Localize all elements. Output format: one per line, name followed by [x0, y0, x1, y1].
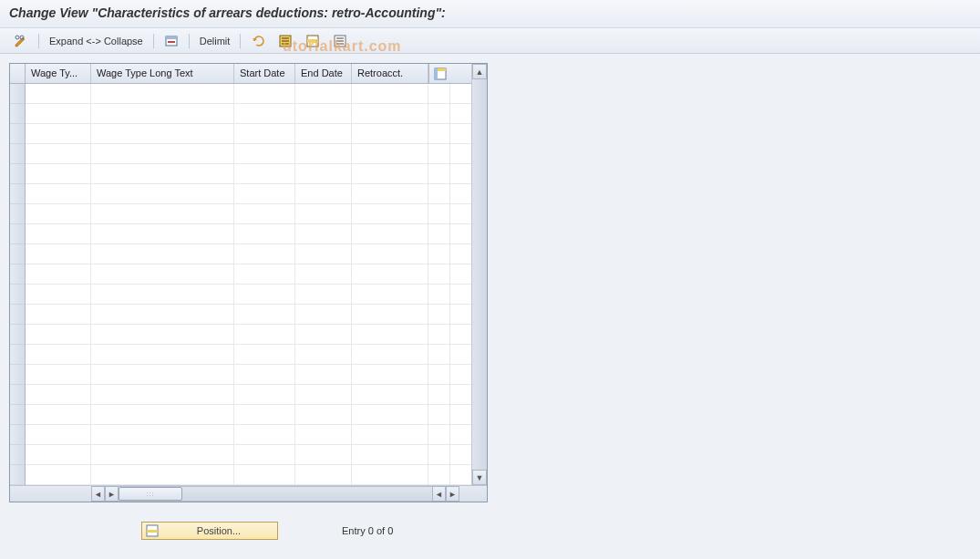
- row-selector[interactable]: [10, 385, 25, 405]
- table-cell[interactable]: [295, 385, 352, 404]
- row-selector[interactable]: [10, 224, 25, 244]
- table-cell[interactable]: [91, 124, 234, 143]
- table-cell[interactable]: [26, 325, 91, 344]
- table-cell[interactable]: [91, 104, 234, 123]
- row-selector[interactable]: [10, 164, 25, 184]
- row-selector[interactable]: [10, 365, 25, 385]
- table-cell[interactable]: [352, 425, 428, 444]
- table-cell[interactable]: [91, 164, 234, 183]
- row-selector[interactable]: [10, 445, 25, 465]
- table-cell[interactable]: [295, 445, 352, 464]
- row-selector[interactable]: [10, 104, 25, 124]
- table-cell[interactable]: [295, 144, 352, 163]
- table-cell[interactable]: [26, 84, 91, 103]
- row-selector[interactable]: [10, 184, 25, 204]
- column-header-end-date[interactable]: End Date: [295, 64, 352, 83]
- select-all-button[interactable]: [273, 32, 297, 50]
- table-cell[interactable]: [234, 325, 295, 344]
- table-cell[interactable]: [91, 325, 234, 344]
- row-selector[interactable]: [10, 144, 25, 164]
- undo-button[interactable]: [246, 32, 270, 50]
- scroll-right-button[interactable]: ►: [446, 486, 459, 502]
- table-cell[interactable]: [91, 345, 234, 364]
- table-cell[interactable]: [91, 184, 234, 203]
- table-cell[interactable]: [295, 124, 352, 143]
- column-header-start-date[interactable]: Start Date: [234, 64, 295, 83]
- row-selector[interactable]: [10, 305, 25, 325]
- scroll-down-button[interactable]: ▼: [472, 470, 487, 485]
- column-header-long-text[interactable]: Wage Type Long Text: [91, 64, 234, 83]
- expand-collapse-button[interactable]: Expand <-> Collapse: [45, 32, 148, 50]
- row-selector[interactable]: [10, 244, 25, 264]
- row-selector[interactable]: [10, 285, 25, 305]
- table-cell[interactable]: [26, 264, 91, 284]
- row-selector[interactable]: [10, 264, 25, 285]
- table-cell[interactable]: [91, 144, 234, 163]
- column-header-retroacct[interactable]: Retroacct.: [352, 64, 428, 83]
- table-cell[interactable]: [295, 104, 352, 123]
- table-cell[interactable]: [91, 84, 234, 103]
- scroll-left-end-button[interactable]: ◄: [432, 486, 446, 502]
- table-cell[interactable]: [91, 305, 234, 324]
- table-cell[interactable]: [91, 365, 234, 384]
- table-cell[interactable]: [352, 84, 428, 103]
- table-cell[interactable]: [91, 465, 234, 484]
- table-cell[interactable]: [91, 445, 234, 464]
- table-cell[interactable]: [26, 124, 91, 143]
- table-cell[interactable]: [234, 285, 295, 304]
- table-cell[interactable]: [26, 244, 91, 264]
- table-cell[interactable]: [26, 425, 91, 444]
- table-cell[interactable]: [234, 445, 295, 464]
- table-cell[interactable]: [234, 264, 295, 284]
- table-cell[interactable]: [26, 445, 91, 464]
- table-cell[interactable]: [234, 244, 295, 264]
- table-cell[interactable]: [234, 365, 295, 384]
- table-cell[interactable]: [295, 84, 352, 103]
- scroll-right-step-button[interactable]: ►: [105, 486, 119, 502]
- table-cell[interactable]: [26, 365, 91, 384]
- table-cell[interactable]: [234, 345, 295, 364]
- table-cell[interactable]: [91, 224, 234, 243]
- table-cell[interactable]: [295, 244, 352, 264]
- table-cell[interactable]: [295, 325, 352, 344]
- vscroll-track[interactable]: [472, 79, 487, 470]
- table-cell[interactable]: [295, 204, 352, 223]
- table-settings-button[interactable]: [428, 64, 450, 83]
- table-cell[interactable]: [91, 244, 234, 264]
- table-cell[interactable]: [91, 264, 234, 284]
- toggle-display-change-button[interactable]: [9, 32, 33, 50]
- row-selector[interactable]: [10, 345, 25, 365]
- table-cell[interactable]: [352, 465, 428, 484]
- delete-button[interactable]: [160, 32, 183, 50]
- table-cell[interactable]: [352, 325, 428, 344]
- table-cell[interactable]: [352, 305, 428, 324]
- table-cell[interactable]: [26, 164, 91, 183]
- table-cell[interactable]: [295, 285, 352, 304]
- deselect-all-button[interactable]: [301, 32, 325, 50]
- hscroll-thumb[interactable]: :::: [119, 487, 182, 501]
- table-cell[interactable]: [352, 385, 428, 404]
- table-cell[interactable]: [91, 204, 234, 223]
- table-cell[interactable]: [234, 84, 295, 103]
- table-cell[interactable]: [295, 264, 352, 284]
- row-selector[interactable]: [10, 325, 25, 345]
- row-selector[interactable]: [10, 204, 25, 224]
- row-selector[interactable]: [10, 465, 25, 485]
- table-cell[interactable]: [234, 124, 295, 143]
- table-cell[interactable]: [295, 184, 352, 203]
- table-cell[interactable]: [352, 104, 428, 123]
- table-cell[interactable]: [234, 184, 295, 203]
- hscroll-track[interactable]: :::: [119, 486, 432, 502]
- scroll-left-button[interactable]: ◄: [91, 486, 105, 502]
- row-selector[interactable]: [10, 425, 25, 445]
- table-cell[interactable]: [295, 224, 352, 243]
- row-selector[interactable]: [10, 84, 25, 104]
- scroll-up-button[interactable]: ▲: [472, 64, 487, 79]
- table-cell[interactable]: [234, 465, 295, 484]
- table-cell[interactable]: [352, 224, 428, 243]
- table-cell[interactable]: [234, 305, 295, 324]
- table-cell[interactable]: [295, 465, 352, 484]
- table-cell[interactable]: [26, 285, 91, 304]
- row-selector-header[interactable]: [10, 64, 25, 84]
- table-cell[interactable]: [352, 264, 428, 284]
